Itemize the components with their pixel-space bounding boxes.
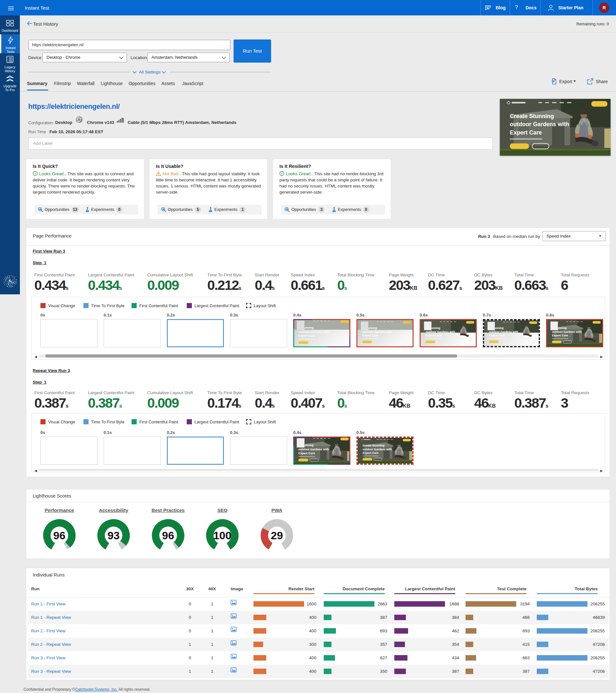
svg-text:93: 93 <box>107 529 120 541</box>
svg-text:29: 29 <box>271 529 283 541</box>
svg-text:96: 96 <box>162 529 174 541</box>
svg-text:100: 100 <box>213 529 232 541</box>
svg-text:96: 96 <box>53 529 65 541</box>
